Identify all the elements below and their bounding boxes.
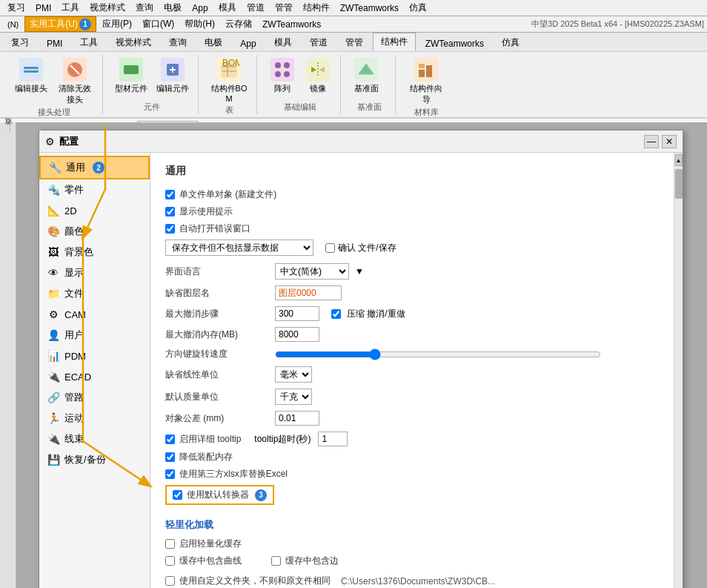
label-tolerance: 对象公差 (mm) xyxy=(165,412,269,425)
label-rotate-speed: 方向键旋转速度 xyxy=(165,348,269,360)
menu-item-mold[interactable]: 模具 xyxy=(214,0,241,16)
tab-app[interactable]: App xyxy=(232,36,264,51)
scrollbar-thumb[interactable] xyxy=(675,169,683,199)
menu-item-struct[interactable]: 结构件 xyxy=(299,0,334,16)
sidebar-item-part[interactable]: 🔩 零件 xyxy=(39,179,150,200)
sidebar-item-pdm[interactable]: 📊 PDM xyxy=(39,346,150,366)
sidebar-icon-cam: ⚙ xyxy=(47,308,60,321)
menu-item-electrode[interactable]: 电极 xyxy=(159,0,186,16)
sidebar-item-general[interactable]: 🔧 通用 2 xyxy=(39,156,150,179)
ribbon-btn-array[interactable]: 阵列 xyxy=(266,56,299,96)
save-dropdown[interactable]: 保存文件但不包括显示数据 xyxy=(165,240,313,256)
tab-sim[interactable]: 仿真 xyxy=(494,33,528,51)
tab-electrode[interactable]: 电极 xyxy=(196,33,230,51)
ribbon-group-parts: 型材元件 编辑元件 元件 xyxy=(106,55,199,114)
sidebar-item-motion[interactable]: 🏃 运动 xyxy=(39,408,150,429)
dialog-scrollbar[interactable]: ▲ ▼ xyxy=(674,153,683,588)
ribbon-btn-edit-part[interactable]: 编辑元件 xyxy=(153,56,192,96)
sidebar-item-2d[interactable]: 📐 2D xyxy=(39,200,150,221)
checkbox-converter[interactable] xyxy=(173,490,182,500)
ribbon-btn-struct-wizard[interactable]: 结构件向导 xyxy=(405,56,448,107)
checkbox-tooltip[interactable] xyxy=(165,435,175,444)
select-mass-unit[interactable]: 千克 xyxy=(275,389,312,405)
checkbox-auto-error[interactable] xyxy=(165,224,175,234)
ribbon-btn-profile-part[interactable]: 型材元件 xyxy=(112,56,150,96)
tab-query[interactable]: 查询 xyxy=(161,33,195,51)
input-tooltip-timeout[interactable] xyxy=(318,432,348,446)
slider-rotate-speed[interactable] xyxy=(275,349,601,360)
checkbox-show-tips[interactable] xyxy=(165,207,175,217)
menu-item-query[interactable]: 查询 xyxy=(131,0,158,16)
checkbox-confirm-save[interactable] xyxy=(325,243,335,253)
converter-row: 使用默认转换器 3 xyxy=(165,485,274,505)
menu-item-tw[interactable]: ZWTeamworks xyxy=(258,18,325,31)
tab-mold[interactable]: 模具 xyxy=(266,33,300,51)
sidebar-item-pipe[interactable]: 🔗 管路 xyxy=(39,387,150,408)
menu-item-app[interactable]: App xyxy=(187,1,212,15)
form-row-undo-mem: 最大撤消内存(MB) xyxy=(165,327,659,342)
ribbon-btn-mirror[interactable]: 镜像 xyxy=(302,56,334,96)
checkbox-single-file[interactable] xyxy=(165,190,175,199)
checkbox-compress-undo[interactable] xyxy=(331,309,341,319)
ribbon-btn-bom[interactable]: BOM 结构件BOM xyxy=(208,56,250,105)
menu-item-cloud[interactable]: 云存储 xyxy=(221,16,256,32)
input-layer-name[interactable] xyxy=(275,285,342,300)
menu-item-window[interactable]: 窗口(W) xyxy=(138,16,179,32)
menu-item-help[interactable]: 帮助(H) xyxy=(180,16,219,32)
checkbox-reduce-mem[interactable] xyxy=(165,452,175,462)
tab-pmi[interactable]: PMI xyxy=(39,36,70,51)
svg-rect-4 xyxy=(124,65,139,74)
tab-pipefitting[interactable]: 管管 xyxy=(337,33,371,51)
menu-item-pmi[interactable]: PMI xyxy=(31,1,56,15)
menu-item-undo[interactable]: 复习 xyxy=(3,0,30,16)
input-undo-mem[interactable] xyxy=(275,327,319,342)
menu-item-teamworks[interactable]: ZWTeamworks xyxy=(336,1,403,15)
sidebar-label-color: 颜色 xyxy=(64,225,84,238)
language-select[interactable]: 中文(简体) xyxy=(275,263,349,280)
left-panel-tab[interactable]: 有效... xyxy=(3,125,13,131)
sidebar-item-bgcolor[interactable]: 🖼 背景色 xyxy=(39,242,150,262)
sidebar-item-harness[interactable]: 🔌 线束 xyxy=(39,429,150,449)
sidebar-item-file[interactable]: 📁 文件 xyxy=(39,283,150,304)
svg-marker-19 xyxy=(319,67,325,73)
checkbox-custom-path[interactable] xyxy=(165,576,175,586)
dialog-minimize-btn[interactable]: — xyxy=(644,135,659,148)
sidebar-item-backup[interactable]: 💾 恢复/备份 xyxy=(39,449,150,470)
checkbox-xlsx[interactable] xyxy=(165,469,175,479)
input-undo-steps[interactable] xyxy=(275,306,319,321)
tab-struct[interactable]: 结构件 xyxy=(373,33,416,51)
tab-undo[interactable]: 复习 xyxy=(3,33,37,51)
menu-item-view[interactable]: 视觉样式 xyxy=(85,0,130,16)
scrollbar-up-btn[interactable]: ▲ xyxy=(675,154,683,166)
input-tolerance[interactable] xyxy=(275,411,319,426)
tab-tools[interactable]: 工具 xyxy=(72,33,106,51)
tab-view[interactable]: 视觉样式 xyxy=(107,33,159,51)
sidebar-label-ecad: ECAD xyxy=(64,371,91,383)
menu-item-sim[interactable]: 仿真 xyxy=(405,0,431,16)
tab-tw2[interactable]: ZWTeamworks xyxy=(417,36,492,51)
checkbox-cache-edges[interactable] xyxy=(271,556,281,566)
ribbon-btn-plane[interactable]: 基准面 xyxy=(350,56,382,96)
dialog-close-btn[interactable]: ✕ xyxy=(662,135,677,148)
checkbox-cache-curves[interactable] xyxy=(165,556,175,566)
sidebar-item-cam[interactable]: ⚙ CAM xyxy=(39,304,150,325)
ribbon-btn-clear-joint[interactable]: 清除无效接头 xyxy=(53,56,96,107)
sidebar-item-color[interactable]: 🎨 颜色 xyxy=(39,221,150,242)
ribbon-btn-edit-joint[interactable]: 编辑接头 xyxy=(12,56,50,96)
menu-item-utils[interactable]: 实用工具(U) 1 xyxy=(24,16,96,32)
checkbox-enable-lightweight[interactable] xyxy=(165,539,175,549)
label-custom-path: 使用自定义文件夹，不则和原文件相同 xyxy=(179,575,331,587)
select-linear-unit[interactable]: 毫米 xyxy=(275,366,312,383)
menu-item-pipefitting[interactable]: 管管 xyxy=(270,0,297,16)
group-parts-label: 元件 xyxy=(112,102,192,113)
menu-item-pipe[interactable]: 管道 xyxy=(242,0,269,16)
sidebar-item-user[interactable]: 👤 用户 xyxy=(39,325,150,346)
sidebar-item-ecad[interactable]: 🔌 ECAD xyxy=(39,366,150,387)
menu-item-tools[interactable]: 工具 xyxy=(57,0,84,16)
menu-item-n[interactable]: (N) xyxy=(3,19,23,30)
ribbon-group-table: BOM 结构件BOM 表 xyxy=(202,55,257,114)
sidebar-item-display[interactable]: 👁 显示 xyxy=(39,262,150,283)
step1-badge: 1 xyxy=(79,19,91,30)
tab-pipe[interactable]: 管道 xyxy=(302,33,336,51)
menu-item-apps[interactable]: 应用(P) xyxy=(98,16,136,32)
